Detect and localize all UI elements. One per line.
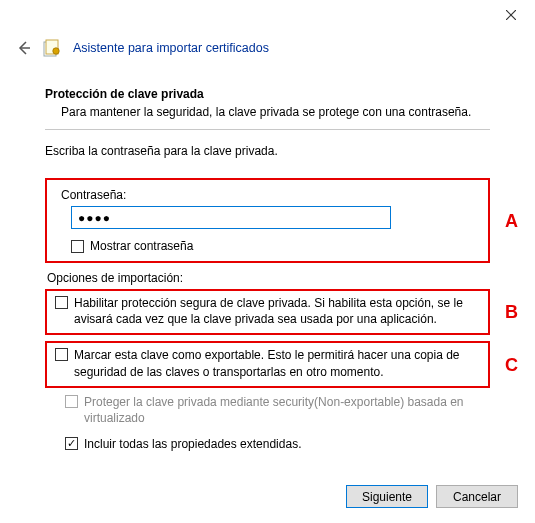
protect-virtual-checkbox	[65, 395, 78, 408]
show-password-checkbox[interactable]	[71, 240, 84, 253]
annotation-box-a: A Contraseña: Mostrar contraseña	[45, 178, 490, 263]
annotation-box-b: B Habilitar protección segura de clave p…	[45, 289, 490, 335]
instruction-text: Escriba la contraseña para la clave priv…	[45, 144, 490, 158]
mark-exportable-checkbox[interactable]	[55, 348, 68, 361]
annotation-label-a: A	[505, 210, 518, 231]
include-extended-label: Incluir todas las propiedades extendidas…	[84, 436, 301, 452]
cancel-button[interactable]: Cancelar	[436, 485, 518, 508]
annotation-label-c: C	[505, 354, 518, 375]
svg-point-5	[53, 48, 59, 54]
annotation-label-b: B	[505, 302, 518, 323]
section-description: Para mantener la seguridad, la clave pri…	[45, 105, 490, 119]
show-password-label: Mostrar contraseña	[90, 239, 193, 253]
import-options-label: Opciones de importación:	[47, 271, 490, 285]
annotation-box-c: C Marcar esta clave como exportable. Est…	[45, 341, 490, 387]
include-extended-checkbox[interactable]	[65, 437, 78, 450]
enable-strong-protection-checkbox[interactable]	[55, 296, 68, 309]
password-input[interactable]	[71, 206, 391, 229]
separator	[45, 129, 490, 130]
protect-virtual-label: Proteger la clave privada mediante secur…	[84, 394, 488, 426]
enable-strong-protection-label: Habilitar protección segura de clave pri…	[74, 295, 480, 327]
section-heading: Protección de clave privada	[45, 87, 490, 101]
password-label: Contraseña:	[57, 188, 478, 202]
certificate-wizard-icon	[43, 39, 63, 57]
back-arrow-icon[interactable]	[15, 39, 33, 57]
wizard-title: Asistente para importar certificados	[73, 41, 269, 55]
next-button[interactable]: Siguiente	[346, 485, 428, 508]
mark-exportable-label: Marcar esta clave como exportable. Esto …	[74, 347, 480, 379]
close-button[interactable]	[488, 1, 534, 29]
